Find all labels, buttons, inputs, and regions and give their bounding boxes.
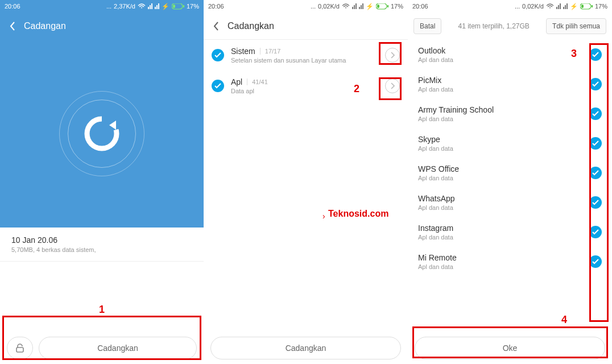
category-count: 41/41 — [247, 78, 268, 85]
battery-icon — [580, 3, 593, 10]
ok-button[interactable]: Oke — [415, 337, 605, 359]
chevron-left-icon — [213, 21, 220, 31]
backup-button[interactable]: Cadangkan — [210, 337, 401, 359]
app-name: PicMix — [418, 76, 589, 85]
wifi-icon — [138, 3, 146, 9]
checkbox-checked[interactable] — [212, 80, 224, 92]
check-icon — [592, 111, 599, 117]
chevron-right-icon — [390, 52, 395, 59]
header: Cadangan — [0, 13, 204, 40]
status-bar: 20:06 ... 2,37K/d ⚡ 17% — [0, 0, 204, 13]
checkbox-checked[interactable] — [589, 78, 602, 90]
back-button[interactable] — [6, 21, 19, 31]
category-count: 17/17 — [260, 48, 281, 55]
checkbox-checked[interactable] — [212, 49, 224, 61]
cancel-label: Batal — [420, 22, 435, 30]
status-time: 20:06 — [208, 3, 224, 10]
chevron-left-icon — [9, 21, 16, 31]
checkbox-checked[interactable] — [589, 196, 602, 209]
app-sub: Apl dan data — [418, 175, 589, 181]
selection-header: Batal 41 item terpilih, 1,27GB Tdk pilih… — [408, 13, 612, 40]
checkbox-checked[interactable] — [589, 48, 602, 61]
check-icon — [592, 140, 599, 146]
app-row[interactable]: WhatsAppApl dan data — [408, 188, 612, 217]
app-row[interactable]: WPS OfficeApl dan data — [408, 158, 612, 188]
check-icon — [214, 83, 221, 89]
app-row[interactable]: Army Training SchoolApl dan data — [408, 99, 612, 129]
watermark-text: Teknosid.com — [328, 209, 388, 219]
deselect-label: Tdk pilih semua — [552, 22, 600, 30]
app-name: Instagram — [418, 224, 589, 233]
detail-button[interactable] — [385, 78, 400, 93]
unlock-icon — [15, 344, 25, 353]
signal-icon-2 — [359, 3, 363, 9]
app-row[interactable]: SkypeApl dan data — [408, 129, 612, 158]
header: Cadangkan — [204, 13, 408, 40]
status-right: ... 2,37K/d ⚡ 17% — [106, 3, 199, 10]
app-name: Outlook — [418, 46, 589, 55]
check-icon — [592, 81, 599, 87]
app-sub: Apl dan data — [418, 263, 589, 270]
ok-button-label: Oke — [503, 344, 518, 353]
status-battery: 17% — [595, 3, 607, 10]
status-battery: 17% — [187, 3, 199, 10]
last-backup-row[interactable]: 10 Jan 20.06 5,70MB, 4 berkas data siste… — [0, 228, 204, 262]
svg-rect-7 — [387, 5, 388, 7]
bottom-bar: Oke — [408, 337, 612, 359]
check-icon — [592, 170, 599, 176]
wifi-icon — [546, 3, 554, 9]
category-row-apl[interactable]: Apl 41/41 Data apl — [204, 71, 408, 101]
app-name: WPS Office — [418, 164, 589, 173]
annotation-arrow: › — [322, 212, 325, 221]
status-battery: 17% — [391, 3, 403, 10]
app-row[interactable]: OutlookApl dan data — [408, 40, 612, 69]
signal-icon-2 — [155, 3, 159, 9]
app-sub: Apl dan data — [418, 56, 589, 63]
page-title: Cadangan — [24, 21, 66, 31]
status-net: 2,37K/d — [114, 3, 135, 10]
checkbox-checked[interactable] — [589, 226, 602, 238]
wifi-icon — [342, 3, 350, 9]
backup-button-label: Cadangkan — [97, 344, 138, 353]
status-net: 0,02K/d — [522, 3, 544, 10]
selection-summary: 41 item terpilih, 1,27GB — [441, 22, 546, 30]
deselect-all-button[interactable]: Tdk pilih semua — [546, 18, 606, 34]
category-sub: Setelan sistem dan susunan Layar utama — [231, 57, 385, 64]
category-label: Apl — [231, 77, 242, 86]
app-row[interactable]: Mi RemoteApl dan data — [408, 247, 612, 276]
checkbox-checked[interactable] — [589, 137, 602, 150]
signal-icon — [556, 3, 561, 9]
check-icon — [592, 259, 599, 264]
checkbox-checked[interactable] — [589, 167, 602, 179]
screen-select-apps: 20:06 ... 0,02K/d ⚡ 17% Batal 41 item te… — [408, 0, 612, 364]
app-sub: Apl dan data — [418, 86, 589, 93]
app-row[interactable]: PicMixApl dan data — [408, 69, 612, 99]
app-row[interactable]: InstagramApl dan data — [408, 217, 612, 247]
status-time: 20:06 — [5, 3, 20, 10]
backup-hero — [0, 40, 204, 228]
checkbox-checked[interactable] — [589, 107, 602, 120]
last-backup-detail: 5,70MB, 4 berkas data sistem, — [11, 246, 192, 253]
svg-rect-2 — [183, 5, 184, 7]
chevron-right-icon — [390, 82, 395, 89]
check-icon — [592, 200, 599, 205]
cancel-button[interactable]: Batal — [413, 18, 441, 34]
checkbox-checked[interactable] — [589, 255, 602, 268]
category-row-sistem[interactable]: Sistem 17/17 Setelan sistem dan susunan … — [204, 40, 408, 71]
status-bar: 20:06 ... 0,02K/d ⚡ 17% — [204, 0, 408, 13]
bottom-bar: Cadangkan — [0, 337, 204, 359]
detail-button[interactable] — [385, 48, 400, 63]
lock-button[interactable] — [7, 337, 33, 359]
screen-backup-categories: 20:06 ... 0,02K/d ⚡ 17% Cadangkan Sistem… — [204, 0, 408, 364]
app-sub: Apl dan data — [418, 234, 589, 241]
app-list: OutlookApl dan dataPicMixApl dan dataArm… — [408, 40, 612, 276]
backup-logo-icon — [82, 114, 122, 154]
app-name: WhatsApp — [418, 194, 589, 203]
status-time: 20:06 — [412, 3, 428, 10]
backup-button[interactable]: Cadangkan — [39, 337, 197, 359]
battery-icon — [376, 3, 388, 10]
back-button[interactable] — [209, 21, 223, 31]
status-bar: 20:06 ... 0,02K/d ⚡ 17% — [408, 0, 612, 13]
check-icon — [214, 52, 221, 58]
check-icon — [592, 229, 599, 235]
